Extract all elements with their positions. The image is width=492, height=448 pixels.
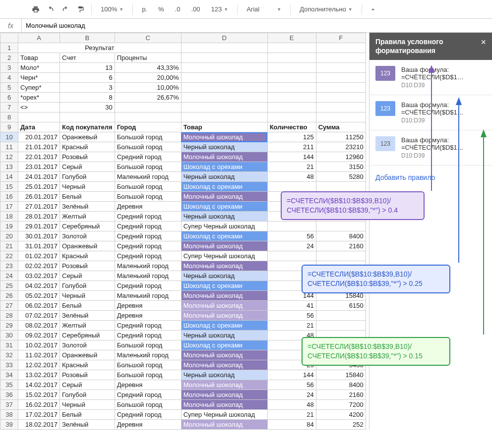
cell[interactable]: Средний город bbox=[115, 222, 181, 231]
cell[interactable]: 08.02.2017 bbox=[18, 321, 60, 331]
zoom-dropdown[interactable]: 100%▼ bbox=[96, 2, 128, 16]
cell[interactable]: Молочный шоколад bbox=[181, 350, 267, 360]
cell[interactable]: Зелёный bbox=[60, 311, 115, 321]
row-header[interactable]: 31 bbox=[0, 340, 18, 350]
cell[interactable]: Красный bbox=[60, 360, 115, 370]
cell[interactable]: 23210 bbox=[316, 142, 366, 152]
cell[interactable]: Черный bbox=[60, 182, 115, 192]
cell[interactable]: 21 bbox=[267, 410, 316, 420]
cell[interactable]: Средний город bbox=[115, 152, 181, 162]
cell[interactable]: Большой город bbox=[115, 162, 181, 172]
cell[interactable] bbox=[316, 350, 366, 360]
cell[interactable]: Розовый bbox=[60, 261, 115, 271]
cell[interactable]: 8400 bbox=[316, 231, 366, 241]
cell[interactable] bbox=[267, 63, 316, 73]
cell[interactable]: 27.01.2017 bbox=[18, 202, 60, 212]
collapse-toolbar-icon[interactable] bbox=[366, 2, 380, 16]
cell[interactable]: Город bbox=[115, 122, 181, 132]
cell[interactable]: 15840 bbox=[316, 291, 366, 301]
cell[interactable]: Супер Черный шоколад bbox=[181, 410, 267, 420]
cell[interactable]: Зелёный bbox=[60, 202, 115, 212]
cell[interactable] bbox=[316, 321, 366, 331]
cell[interactable]: Шоколад с орехами bbox=[181, 231, 267, 241]
cell[interactable] bbox=[267, 251, 316, 261]
dec-decrease-button[interactable]: .0 bbox=[170, 2, 185, 16]
cell[interactable] bbox=[316, 311, 366, 321]
cell[interactable] bbox=[181, 93, 267, 103]
cell[interactable] bbox=[267, 271, 316, 281]
cell[interactable]: 2160 bbox=[316, 390, 366, 400]
row-header[interactable]: 22 bbox=[0, 251, 18, 261]
cell[interactable]: 7200 bbox=[316, 400, 366, 410]
cell[interactable]: 23 bbox=[267, 360, 316, 370]
cell[interactable]: Черный шоколад bbox=[181, 172, 267, 182]
cell[interactable]: Средний город bbox=[115, 281, 181, 291]
cell[interactable]: Большой город bbox=[115, 340, 181, 350]
cell[interactable] bbox=[267, 43, 316, 53]
cell[interactable]: 155 bbox=[267, 350, 316, 360]
cell[interactable]: 3450 bbox=[316, 360, 366, 370]
cell[interactable]: Золотой bbox=[60, 340, 115, 350]
cell[interactable]: 125 bbox=[267, 132, 316, 142]
cell[interactable]: Товар bbox=[18, 53, 60, 63]
cell[interactable]: 3150 bbox=[316, 162, 366, 172]
cell[interactable]: 10,00% bbox=[115, 83, 181, 93]
row-header[interactable]: 10 bbox=[0, 132, 18, 142]
row-header[interactable]: 39 bbox=[0, 420, 18, 430]
cell[interactable]: Молочный шоколад bbox=[181, 291, 267, 301]
cell[interactable] bbox=[267, 261, 316, 271]
redo-icon[interactable] bbox=[59, 2, 72, 16]
row-header[interactable]: 13 bbox=[0, 162, 18, 172]
cell[interactable]: 2160 bbox=[316, 241, 366, 251]
cell[interactable]: 84 bbox=[267, 420, 316, 430]
cell[interactable]: Серебряный bbox=[60, 331, 115, 340]
cell[interactable] bbox=[60, 112, 115, 122]
cell[interactable]: Шоколад с орехами bbox=[181, 182, 267, 192]
cell[interactable]: 56 bbox=[267, 380, 316, 390]
cell[interactable]: 6 bbox=[60, 73, 115, 83]
close-icon[interactable]: × bbox=[481, 38, 486, 55]
cell[interactable]: 17.02.2017 bbox=[18, 410, 60, 420]
percent-button[interactable]: % bbox=[153, 2, 169, 16]
spreadsheet-grid[interactable]: A B C D E F 1Результат2ТоварСчетПроценты… bbox=[0, 33, 366, 430]
cell[interactable] bbox=[267, 53, 316, 63]
cell[interactable]: 06.02.2017 bbox=[18, 301, 60, 311]
col-header-C[interactable]: C bbox=[115, 33, 181, 43]
cell[interactable]: Средний город bbox=[115, 390, 181, 400]
cell[interactable]: 04.02.2017 bbox=[18, 281, 60, 291]
cell[interactable]: 11.02.2017 bbox=[18, 350, 60, 360]
cell[interactable]: 05.02.2017 bbox=[18, 291, 60, 301]
row-header[interactable]: 36 bbox=[0, 390, 18, 400]
cell[interactable]: Шоколад с орехами bbox=[181, 340, 267, 350]
row-header[interactable]: 26 bbox=[0, 291, 18, 301]
cell[interactable] bbox=[267, 222, 316, 231]
cell[interactable]: 15840 bbox=[316, 370, 366, 380]
cell[interactable]: 12.02.2017 bbox=[18, 360, 60, 370]
row-header[interactable]: 28 bbox=[0, 311, 18, 321]
cell[interactable]: Черный шоколад bbox=[181, 370, 267, 380]
cell[interactable] bbox=[267, 93, 316, 103]
cell[interactable]: Оранжевый bbox=[60, 350, 115, 360]
cell[interactable]: Деревня bbox=[115, 380, 181, 390]
cell[interactable]: 10.02.2017 bbox=[18, 340, 60, 350]
cell[interactable]: 13.02.2017 bbox=[18, 370, 60, 380]
cell[interactable]: 144 bbox=[267, 370, 316, 380]
cell[interactable]: Маленький город bbox=[115, 172, 181, 182]
dec-increase-button[interactable]: .00 bbox=[186, 2, 205, 16]
cell[interactable]: Средний город bbox=[115, 231, 181, 241]
print-icon[interactable] bbox=[29, 2, 43, 16]
cell[interactable]: Черный шоколад bbox=[181, 212, 267, 222]
row-header[interactable]: 4 bbox=[0, 73, 18, 83]
row-header[interactable]: 33 bbox=[0, 360, 18, 370]
cell[interactable]: Деревня bbox=[115, 202, 181, 212]
cell[interactable]: 8400 bbox=[316, 380, 366, 390]
cell[interactable]: Большой город bbox=[115, 192, 181, 202]
cell[interactable]: Супер Черный шоколад bbox=[181, 222, 267, 231]
cell[interactable] bbox=[181, 53, 267, 63]
cell[interactable]: 8 bbox=[60, 93, 115, 103]
cell[interactable]: 56 bbox=[267, 231, 316, 241]
add-rule-link[interactable]: Добавить правило bbox=[369, 166, 492, 189]
cell[interactable]: 12960 bbox=[316, 152, 366, 162]
cell[interactable]: Белый bbox=[60, 410, 115, 420]
cell[interactable]: Голубой bbox=[60, 390, 115, 400]
